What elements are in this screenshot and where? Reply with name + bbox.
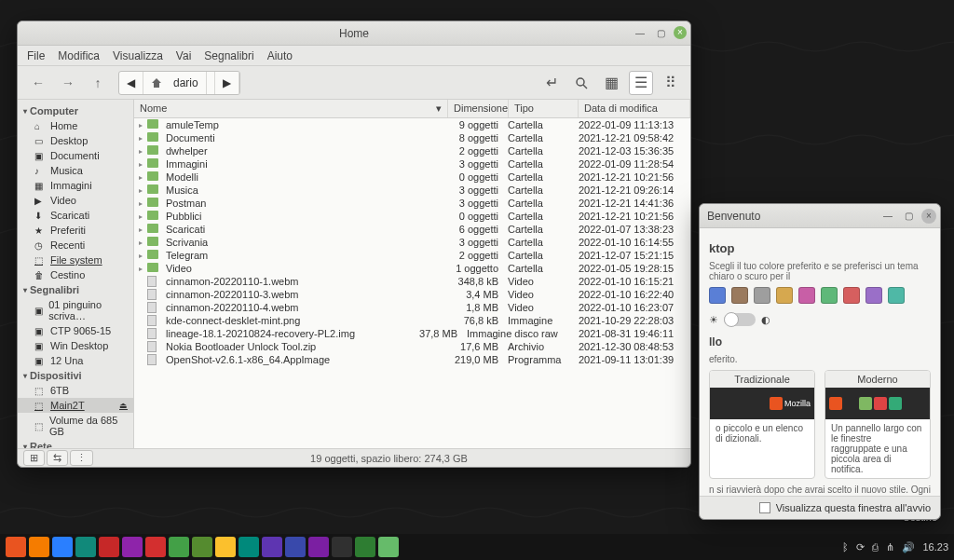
panel-app-icon[interactable]: [355, 537, 375, 557]
file-row[interactable]: ▸dwhelper2 oggettiCartella2021-12-03 15:…: [134, 144, 690, 157]
color-swatch[interactable]: [754, 287, 770, 304]
layout-modern[interactable]: Moderno Un pannello largo con le finestr…: [825, 370, 931, 479]
sidebar-item[interactable]: ⬚6TB: [18, 383, 133, 398]
breadcrumb[interactable]: ◀ dario ▶: [118, 71, 240, 95]
sidebar-item[interactable]: ▣12 Una: [18, 353, 133, 368]
file-row[interactable]: lineage-18.1-20210824-recovery-PL2.img37…: [134, 327, 690, 340]
view-list-button[interactable]: ☰: [629, 71, 653, 95]
file-row[interactable]: ▸Musica3 oggettiCartella2021-12-21 09:26…: [134, 184, 690, 197]
color-swatch[interactable]: [776, 287, 793, 304]
panel-app-icon[interactable]: [29, 537, 49, 557]
sidebar-item[interactable]: ⬚File system: [18, 253, 133, 267]
menu-modifica[interactable]: Modifica: [58, 49, 100, 62]
sidebar-item[interactable]: ⌂Home: [18, 118, 133, 133]
sidebar-group[interactable]: ▾Segnalibri: [18, 282, 133, 297]
file-row[interactable]: ▸amuleTemp9 oggettiCartella2022-01-09 11…: [134, 118, 690, 131]
menu-vai[interactable]: Vai: [176, 49, 191, 62]
panel-app-icon[interactable]: [122, 537, 143, 557]
color-swatch[interactable]: [888, 287, 905, 304]
search-button[interactable]: [569, 71, 593, 95]
sidebar-item[interactable]: ▶Video: [18, 193, 133, 208]
menu-aiuto[interactable]: Aiuto: [267, 49, 293, 62]
sidebar-item[interactable]: ▭Desktop: [18, 133, 133, 148]
file-row[interactable]: cinnamon-20220110-1.webm348,8 kBVideo202…: [134, 275, 690, 288]
theme-switch[interactable]: [724, 313, 756, 326]
sidebar-group[interactable]: ▾Computer: [18, 103, 133, 118]
network-icon[interactable]: ⋔: [886, 541, 894, 553]
col-size[interactable]: Dimensione: [448, 100, 509, 117]
color-swatch[interactable]: [731, 287, 748, 304]
view-icons-button[interactable]: ▦: [599, 71, 623, 95]
sidebar-item[interactable]: ▣01 pinguino scriva…: [18, 297, 133, 323]
toggle-location-button[interactable]: ↵: [539, 71, 564, 95]
welcome-maximize[interactable]: ▢: [901, 209, 916, 224]
panel-app-icon[interactable]: [285, 537, 306, 557]
panel-app-icon[interactable]: [378, 537, 399, 557]
status-tab[interactable]: ⇆: [47, 450, 68, 466]
file-row[interactable]: ▸Telegram2 oggettiCartella2021-12-07 15:…: [134, 249, 690, 262]
maximize-button[interactable]: ▢: [653, 26, 668, 41]
file-row[interactable]: ▸Scrivania3 oggettiCartella2022-01-10 16…: [134, 236, 690, 249]
color-swatch[interactable]: [821, 287, 838, 304]
col-type[interactable]: Tipo: [509, 100, 579, 117]
panel-app-icon[interactable]: [192, 537, 212, 557]
up-button[interactable]: ↑: [85, 70, 111, 96]
sidebar-item[interactable]: ♪Musica: [18, 163, 133, 178]
sidebar-item[interactable]: ◷Recenti: [18, 238, 133, 253]
file-row[interactable]: cinnamon-20220110-4.webm1,8 MBVideo2022-…: [134, 301, 690, 314]
file-row[interactable]: cinnamon-20220110-3.webm3,4 MBVideo2022-…: [134, 288, 690, 301]
panel-app-icon[interactable]: [75, 537, 96, 557]
file-row[interactable]: ▸Postman3 oggettiCartella2021-12-21 14:4…: [134, 197, 690, 210]
color-swatch[interactable]: [843, 287, 860, 304]
file-row[interactable]: kde-connect-desklet-mint.png76,8 kBImmag…: [134, 314, 690, 327]
volume-icon[interactable]: 🔊: [902, 541, 915, 553]
breadcrumb-home[interactable]: dario: [143, 72, 215, 94]
sidebar-item[interactable]: ▦Immagini: [18, 178, 133, 193]
file-row[interactable]: ▸Scaricati6 oggettiCartella2022-01-07 13…: [134, 223, 690, 236]
bluetooth-icon[interactable]: ᛒ: [842, 541, 849, 553]
breadcrumb-root[interactable]: ◀: [119, 72, 143, 94]
file-row[interactable]: ▸Pubblici0 oggettiCartella2021-12-21 10:…: [134, 210, 690, 223]
file-row[interactable]: ▸Documenti8 oggettiCartella2021-12-21 09…: [134, 131, 690, 144]
sidebar-item[interactable]: ▣Win Desktop: [18, 338, 133, 353]
clock[interactable]: 16.23: [922, 541, 948, 553]
menu-file[interactable]: File: [27, 49, 45, 62]
status-tab[interactable]: ⊞: [23, 450, 45, 466]
sidebar-item[interactable]: ⬚Volume da 685 GB: [18, 413, 133, 439]
welcome-close[interactable]: ×: [921, 209, 936, 224]
sidebar-group[interactable]: ▾Dispositivi: [18, 368, 133, 383]
forward-button[interactable]: →: [55, 70, 81, 96]
theme-toggle[interactable]: ☀ ◐: [709, 313, 770, 326]
updates-icon[interactable]: ⟳: [856, 541, 865, 553]
col-date[interactable]: Data di modifica: [579, 100, 690, 117]
breadcrumb-next[interactable]: ▶: [215, 72, 239, 94]
view-compact-button[interactable]: ⠿: [659, 71, 683, 95]
panel-app-icon[interactable]: [52, 537, 73, 557]
panel-app-icon[interactable]: [169, 537, 189, 557]
layout-traditional[interactable]: Tradizionale Mozilla o piccolo e un elen…: [709, 370, 815, 479]
file-row[interactable]: Nokia Bootloader Unlock Tool.zip17,6 MBA…: [134, 340, 690, 353]
panel-app-icon[interactable]: [262, 537, 282, 557]
menu-visualizza[interactable]: Visualizza: [113, 49, 163, 62]
taskbar-panel[interactable]: ᛒ ⟳ ⎙ ⋔ 🔊 16.23: [0, 534, 954, 560]
status-tab[interactable]: ⋮: [70, 450, 93, 466]
sidebar-item[interactable]: ⬇Scaricati: [18, 208, 133, 223]
sidebar-group[interactable]: ▾Rete: [18, 439, 133, 448]
panel-app-icon[interactable]: [215, 537, 236, 557]
panel-app-icon[interactable]: [6, 537, 26, 557]
welcome-titlebar[interactable]: Benvenuto — ▢ ×: [700, 204, 940, 228]
panel-app-icon[interactable]: [99, 537, 119, 557]
column-headers[interactable]: Nome▾ Dimensione Tipo Data di modifica: [134, 100, 690, 118]
menu-segnalibri[interactable]: Segnalibri: [204, 49, 253, 62]
sidebar-item[interactable]: ▣Documenti: [18, 148, 133, 163]
panel-app-icon[interactable]: [238, 537, 259, 557]
minimize-button[interactable]: —: [633, 26, 647, 41]
titlebar[interactable]: Home — ▢ ×: [18, 21, 690, 46]
show-on-startup-checkbox[interactable]: [759, 502, 770, 513]
color-swatch[interactable]: [709, 287, 726, 304]
color-swatch[interactable]: [798, 287, 815, 304]
sidebar-item[interactable]: ⬚Main2T⏏: [18, 398, 133, 413]
sidebar-item[interactable]: 🗑Cestino: [18, 267, 133, 282]
printer-icon[interactable]: ⎙: [872, 541, 879, 553]
panel-app-icon[interactable]: [145, 537, 166, 557]
